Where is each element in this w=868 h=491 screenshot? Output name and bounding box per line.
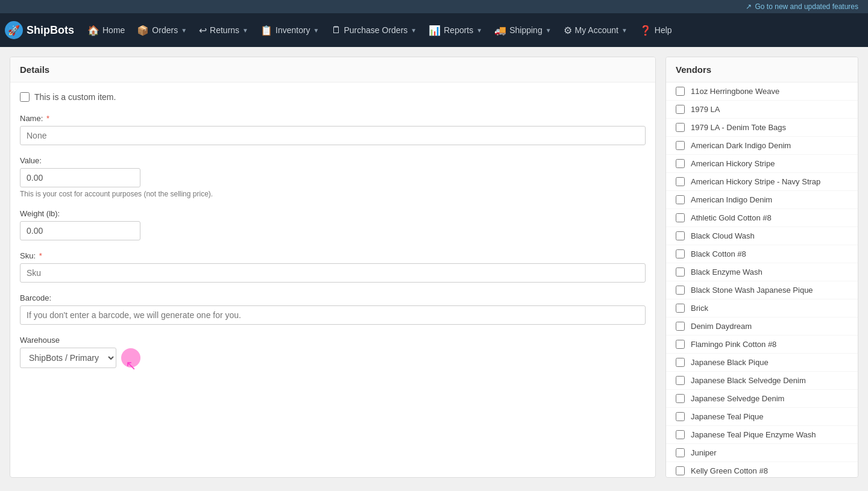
vendor-label-denim-daydream[interactable]: Denim Daydream <box>691 322 752 331</box>
vendor-checkbox-kelly-green-cotton[interactable] <box>676 466 685 475</box>
value-field-group: Value: This is your cost for account pur… <box>20 156 646 198</box>
value-input[interactable] <box>20 168 140 187</box>
vendor-checkbox-flamingo-pink[interactable] <box>676 340 685 349</box>
barcode-input[interactable] <box>20 305 646 325</box>
vendor-checkbox-1979-la[interactable] <box>676 105 685 114</box>
value-hint: This is your cost for account purposes (… <box>20 190 646 198</box>
nav-label-reports: Reports <box>444 25 473 35</box>
nav-item-inventory[interactable]: 📋 Inventory ▼ <box>254 13 326 47</box>
name-input[interactable] <box>20 126 646 145</box>
custom-item-checkbox[interactable] <box>20 92 30 102</box>
vendor-checkbox-juniper[interactable] <box>676 448 685 457</box>
vendor-label-kelly-green-cotton[interactable]: Kelly Green Cotton #8 <box>691 466 768 475</box>
barcode-label: Barcode: <box>20 293 646 302</box>
vendor-label-japanese-teal-enzyme[interactable]: Japanese Teal Pique Enzyme Wash <box>691 430 816 439</box>
purchase-orders-chevron-icon: ▼ <box>410 27 417 34</box>
vendor-label-american-hickory-stripe[interactable]: American Hickory Stripe <box>691 159 775 168</box>
returns-chevron-icon: ▼ <box>242 27 248 34</box>
main-content: Details This is a custom item. Name: * V… <box>0 47 868 487</box>
vendor-item: Japanese Selvedge Denim <box>666 390 858 408</box>
details-panel: Details This is a custom item. Name: * V… <box>10 57 656 478</box>
inventory-icon: 📋 <box>260 25 272 36</box>
vendor-checkbox-american-hickory-stripe[interactable] <box>676 159 685 168</box>
vendor-label-11oz-herringbone[interactable]: 11oz Herringbone Weave <box>691 87 779 96</box>
orders-chevron-icon: ▼ <box>181 27 187 34</box>
vendor-label-flamingo-pink[interactable]: Flamingo Pink Cotton #8 <box>691 340 776 349</box>
cursor-arrow-icon: ↖ <box>125 358 136 374</box>
vendor-item: Denim Daydream <box>666 317 858 336</box>
sku-field-group: Sku: * <box>20 251 646 283</box>
vendor-checkbox-black-cloud-wash[interactable] <box>676 231 685 240</box>
vendor-checkbox-black-cotton[interactable] <box>676 249 685 258</box>
shipping-icon: 🚚 <box>494 25 506 36</box>
vendor-checkbox-black-enzyme-wash[interactable] <box>676 267 685 277</box>
vendor-item: Athletic Gold Cotton #8 <box>666 209 858 227</box>
vendor-label-juniper[interactable]: Juniper <box>691 448 717 457</box>
vendor-checkbox-japanese-black-selvedge[interactable] <box>676 376 685 385</box>
nav-item-orders[interactable]: 📦 Orders ▼ <box>131 13 193 47</box>
vendor-label-american-hickory-navy[interactable]: American Hickory Stripe - Navy Strap <box>691 177 820 186</box>
vendor-label-brick[interactable]: Brick <box>691 304 708 313</box>
vendor-label-1979-la[interactable]: 1979 LA <box>691 105 720 114</box>
vendor-checkbox-american-hickory-navy[interactable] <box>676 177 685 186</box>
vendor-checkbox-black-stone-wash[interactable] <box>676 286 685 295</box>
nav-item-returns[interactable]: ↩ Returns ▼ <box>193 13 254 47</box>
vendor-checkbox-athletic-gold[interactable] <box>676 213 685 222</box>
brand-name: ShipBots <box>27 24 74 37</box>
sku-input[interactable] <box>20 263 646 283</box>
vendor-checkbox-japanese-selvedge[interactable] <box>676 394 685 403</box>
nav-label-my-account: My Account <box>575 25 618 35</box>
vendor-checkbox-japanese-teal-enzyme[interactable] <box>676 430 685 439</box>
weight-input[interactable] <box>20 221 140 240</box>
banner-link[interactable]: Go to new and updated features <box>755 2 858 11</box>
vendor-item: Black Cloud Wash <box>666 227 858 245</box>
nav-item-home[interactable]: 🏠 Home <box>81 13 131 47</box>
nav-item-reports[interactable]: 📊 Reports ▼ <box>423 13 488 47</box>
vendor-label-athletic-gold[interactable]: Athletic Gold Cotton #8 <box>691 213 772 222</box>
navbar: 🚀 ShipBots 🏠 Home 📦 Orders ▼ ↩ Returns ▼… <box>0 13 868 47</box>
details-panel-body: This is a custom item. Name: * Value: Th… <box>10 83 655 389</box>
vendor-checkbox-1979-la-denim[interactable] <box>676 123 685 132</box>
nav-item-shipping[interactable]: 🚚 Shipping ▼ <box>488 13 557 47</box>
vendor-label-japanese-black-pique[interactable]: Japanese Black Pique <box>691 358 769 367</box>
vendor-item: American Indigo Denim <box>666 191 858 209</box>
nav-item-my-account[interactable]: ⚙ My Account ▼ <box>558 13 634 47</box>
weight-field-group: Weight (lb): <box>20 209 646 240</box>
vendor-label-black-cotton[interactable]: Black Cotton #8 <box>691 249 746 258</box>
nav-item-purchase-orders[interactable]: 🗒 Purchase Orders ▼ <box>326 13 423 47</box>
vendor-label-black-stone-wash[interactable]: Black Stone Wash Japanese Pique <box>691 286 813 295</box>
vendor-label-japanese-black-selvedge[interactable]: Japanese Black Selvedge Denim <box>691 376 806 385</box>
value-label: Value: <box>20 156 646 165</box>
vendor-label-japanese-teal-pique[interactable]: Japanese Teal Pique <box>691 412 763 421</box>
vendor-item: Japanese Black Selvedge Denim <box>666 372 858 390</box>
vendor-checkbox-brick[interactable] <box>676 304 685 313</box>
help-icon: ❓ <box>640 25 652 36</box>
vendor-checkbox-japanese-black-pique[interactable] <box>676 358 685 367</box>
vendor-checkbox-american-indigo-denim[interactable] <box>676 195 685 204</box>
vendor-item: Japanese Teal Pique <box>666 408 858 426</box>
nav-label-returns: Returns <box>210 25 239 35</box>
navbar-brand[interactable]: 🚀 ShipBots <box>5 21 74 39</box>
vendor-label-american-indigo-denim[interactable]: American Indigo Denim <box>691 195 772 204</box>
warehouse-select[interactable]: ShipBots / Primary <box>20 348 116 368</box>
weight-label: Weight (lb): <box>20 209 646 218</box>
nav-label-inventory: Inventory <box>275 25 310 35</box>
warehouse-label: Warehouse <box>20 336 646 345</box>
vendors-list: 11oz Herringbone Weave1979 LA1979 LA - D… <box>666 83 858 478</box>
vendor-checkbox-11oz-herringbone[interactable] <box>676 87 685 96</box>
vendor-item: American Hickory Stripe - Navy Strap <box>666 173 858 191</box>
orders-icon: 📦 <box>137 25 149 36</box>
sku-label: Sku: * <box>20 251 646 260</box>
vendor-item: Japanese Black Pique <box>666 354 858 372</box>
custom-item-label[interactable]: This is a custom item. <box>34 92 116 102</box>
vendor-checkbox-japanese-teal-pique[interactable] <box>676 412 685 421</box>
vendor-label-black-cloud-wash[interactable]: Black Cloud Wash <box>691 231 755 240</box>
vendor-checkbox-denim-daydream[interactable] <box>676 322 685 331</box>
vendors-panel-header: Vendors <box>666 57 858 83</box>
vendor-label-black-enzyme-wash[interactable]: Black Enzyme Wash <box>691 267 763 277</box>
vendor-checkbox-american-dark-indigo[interactable] <box>676 141 685 150</box>
nav-item-help[interactable]: ❓ Help <box>634 13 678 47</box>
vendor-label-american-dark-indigo[interactable]: American Dark Indigo Denim <box>691 141 791 150</box>
vendor-label-japanese-selvedge[interactable]: Japanese Selvedge Denim <box>691 394 784 403</box>
vendor-label-1979-la-denim[interactable]: 1979 LA - Denim Tote Bags <box>691 123 786 132</box>
